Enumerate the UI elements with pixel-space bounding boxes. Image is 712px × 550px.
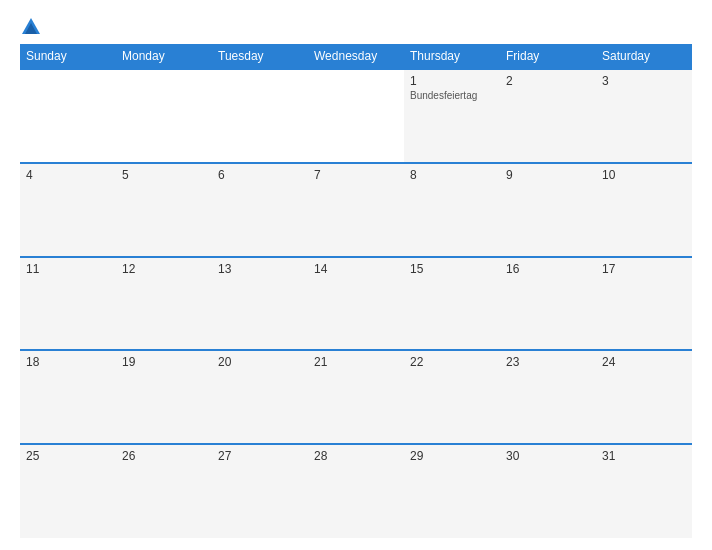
day-cell: 5 <box>116 163 212 257</box>
day-cell: 3 <box>596 69 692 163</box>
weekday-header-row: SundayMondayTuesdayWednesdayThursdayFrid… <box>20 44 692 69</box>
day-number: 26 <box>122 449 206 463</box>
day-number: 8 <box>410 168 494 182</box>
day-number: 5 <box>122 168 206 182</box>
day-number: 3 <box>602 74 686 88</box>
day-number: 29 <box>410 449 494 463</box>
day-cell: 4 <box>20 163 116 257</box>
day-number: 14 <box>314 262 398 276</box>
day-cell: 14 <box>308 257 404 351</box>
day-cell: 15 <box>404 257 500 351</box>
day-cell: 12 <box>116 257 212 351</box>
weekday-header-wednesday: Wednesday <box>308 44 404 69</box>
weekday-header-sunday: Sunday <box>20 44 116 69</box>
day-cell: 28 <box>308 444 404 538</box>
day-number: 23 <box>506 355 590 369</box>
day-number: 4 <box>26 168 110 182</box>
day-number: 28 <box>314 449 398 463</box>
top-bar <box>20 16 692 38</box>
day-cell: 2 <box>500 69 596 163</box>
day-number: 12 <box>122 262 206 276</box>
day-cell: 11 <box>20 257 116 351</box>
weekday-header-tuesday: Tuesday <box>212 44 308 69</box>
day-number: 30 <box>506 449 590 463</box>
day-event: Bundesfeiertag <box>410 90 494 101</box>
week-row-2: 45678910 <box>20 163 692 257</box>
day-cell: 18 <box>20 350 116 444</box>
day-number: 27 <box>218 449 302 463</box>
week-row-1: 1Bundesfeiertag23 <box>20 69 692 163</box>
day-cell <box>308 69 404 163</box>
day-cell: 8 <box>404 163 500 257</box>
day-number: 17 <box>602 262 686 276</box>
day-number: 6 <box>218 168 302 182</box>
day-cell: 21 <box>308 350 404 444</box>
day-number: 25 <box>26 449 110 463</box>
day-number: 19 <box>122 355 206 369</box>
logo-icon <box>20 16 42 38</box>
day-cell: 6 <box>212 163 308 257</box>
weekday-header-friday: Friday <box>500 44 596 69</box>
day-number: 15 <box>410 262 494 276</box>
day-cell: 13 <box>212 257 308 351</box>
weekday-header-monday: Monday <box>116 44 212 69</box>
day-cell: 25 <box>20 444 116 538</box>
day-cell: 27 <box>212 444 308 538</box>
calendar-page: SundayMondayTuesdayWednesdayThursdayFrid… <box>0 0 712 550</box>
day-number: 31 <box>602 449 686 463</box>
day-number: 2 <box>506 74 590 88</box>
day-cell: 29 <box>404 444 500 538</box>
day-cell: 1Bundesfeiertag <box>404 69 500 163</box>
calendar-table: SundayMondayTuesdayWednesdayThursdayFrid… <box>20 44 692 538</box>
day-number: 10 <box>602 168 686 182</box>
day-cell: 19 <box>116 350 212 444</box>
weekday-header-thursday: Thursday <box>404 44 500 69</box>
day-cell: 17 <box>596 257 692 351</box>
day-cell: 22 <box>404 350 500 444</box>
day-number: 20 <box>218 355 302 369</box>
day-number: 16 <box>506 262 590 276</box>
day-cell: 10 <box>596 163 692 257</box>
day-cell: 30 <box>500 444 596 538</box>
day-number: 11 <box>26 262 110 276</box>
day-number: 24 <box>602 355 686 369</box>
day-cell: 20 <box>212 350 308 444</box>
day-number: 9 <box>506 168 590 182</box>
day-number: 21 <box>314 355 398 369</box>
day-cell <box>20 69 116 163</box>
logo <box>20 16 46 38</box>
week-row-4: 18192021222324 <box>20 350 692 444</box>
week-row-3: 11121314151617 <box>20 257 692 351</box>
day-cell: 26 <box>116 444 212 538</box>
day-number: 7 <box>314 168 398 182</box>
day-number: 1 <box>410 74 494 88</box>
day-cell: 24 <box>596 350 692 444</box>
day-number: 22 <box>410 355 494 369</box>
weekday-header-saturday: Saturday <box>596 44 692 69</box>
day-cell <box>116 69 212 163</box>
day-cell <box>212 69 308 163</box>
week-row-5: 25262728293031 <box>20 444 692 538</box>
day-cell: 9 <box>500 163 596 257</box>
day-cell: 16 <box>500 257 596 351</box>
day-cell: 7 <box>308 163 404 257</box>
day-cell: 23 <box>500 350 596 444</box>
day-number: 13 <box>218 262 302 276</box>
day-cell: 31 <box>596 444 692 538</box>
day-number: 18 <box>26 355 110 369</box>
